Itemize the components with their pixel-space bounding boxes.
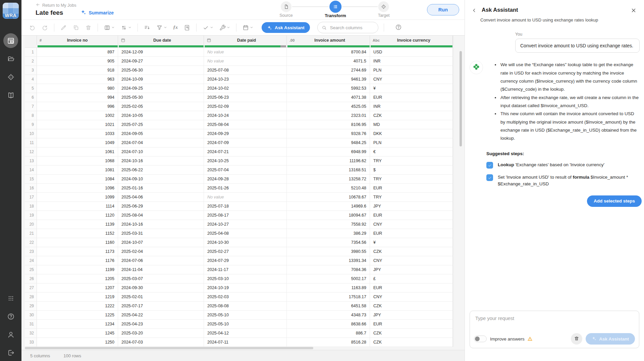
cell-date_paid[interactable]: 2025-05-10 — [204, 311, 287, 319]
cell-invoice_no[interactable]: 1219 — [37, 292, 118, 301]
cell-due_date[interactable]: 2024-07-10 — [118, 147, 204, 156]
step-checkbox[interactable] — [486, 162, 493, 169]
wrench-button[interactable] — [218, 23, 231, 32]
cell-invoice_currency[interactable]: INR — [370, 57, 453, 65]
cell-invoice_currency[interactable]: EUR — [370, 229, 453, 238]
sidebar-item-projects[interactable] — [3, 51, 18, 66]
row-number[interactable]: 25 — [25, 265, 37, 274]
cell-due_date[interactable]: 2024-09-27 — [118, 57, 204, 65]
cell-invoice_no[interactable]: 1120 — [37, 211, 118, 220]
row-number[interactable]: 7 — [25, 102, 37, 111]
cell-due_date[interactable]: 2025-02-04 — [118, 247, 204, 256]
row-number[interactable]: 24 — [25, 256, 37, 265]
cell-invoice_currency[interactable]: EUR — [370, 93, 453, 102]
cell-invoice_currency[interactable]: CZK — [370, 111, 453, 120]
cell-invoice_no[interactable]: 1114 — [37, 202, 118, 211]
cell-invoice_currency[interactable]: PLN — [370, 66, 453, 75]
cell-date_paid[interactable]: 2025-04-12 — [204, 329, 287, 337]
cell-date_paid[interactable]: 2025-08-08 — [204, 302, 287, 310]
cell-invoice_amount[interactable]: 9328.76 — [287, 129, 370, 138]
column-header-invoice_amount[interactable]: .00Invoice amount — [287, 36, 370, 45]
cell-invoice_amount[interactable]: 13258.72 — [287, 175, 370, 183]
cell-due_date[interactable]: 2025-04-06 — [118, 193, 204, 201]
cell-invoice_no[interactable]: 1139 — [37, 220, 118, 229]
cell-invoice_currency[interactable]: € — [370, 147, 453, 156]
cell-date_paid[interactable]: 2025-02-27 — [204, 247, 287, 256]
cell-due_date[interactable]: 2024-07-03 — [118, 338, 204, 347]
cell-date_paid[interactable]: 2024-10-25 — [204, 156, 287, 165]
cell-invoice_currency[interactable]: JPY — [370, 265, 453, 274]
sort-updown-button[interactable] — [119, 23, 133, 32]
cell-invoice_amount[interactable]: 4525.05 — [287, 102, 370, 111]
cell-invoice_no[interactable]: 905 — [37, 57, 118, 65]
sidebar-item-library[interactable] — [3, 88, 18, 102]
cell-invoice_no[interactable]: 1250 — [37, 338, 118, 347]
redo-button[interactable] — [40, 23, 49, 32]
cell-invoice_amount[interactable]: 7354.56 — [287, 238, 370, 247]
cell-invoice_amount[interactable]: 8106.95 — [287, 120, 370, 129]
row-number[interactable]: 18 — [25, 202, 37, 211]
cell-due_date[interactable]: 2025-07-25 — [118, 120, 204, 129]
cell-invoice_currency[interactable]: TRY — [370, 156, 453, 165]
panel-close-button[interactable] — [630, 7, 637, 15]
row-number[interactable]: 13 — [25, 156, 37, 165]
cell-date_paid[interactable]: No value — [204, 193, 287, 201]
cell-date_paid[interactable]: 2024-10-27 — [204, 220, 287, 229]
cell-invoice_currency[interactable]: ¥ — [370, 84, 453, 93]
cell-invoice_no[interactable]: 1096 — [37, 184, 118, 192]
cell-invoice_currency[interactable]: INR — [370, 102, 453, 111]
cell-invoice_currency[interactable]: CZK — [370, 338, 453, 347]
row-number[interactable]: 32 — [25, 329, 37, 337]
cell-date_paid[interactable]: 2024-10-02 — [204, 84, 287, 93]
cell-invoice_amount[interactable]: 8516.28 — [287, 338, 370, 347]
cell-invoice_currency[interactable]: JPY — [370, 311, 453, 319]
row-number[interactable]: 17 — [25, 193, 37, 201]
run-button[interactable]: Run — [427, 4, 459, 15]
cell-date_paid[interactable]: No value — [204, 57, 287, 65]
row-number[interactable]: 15 — [25, 175, 37, 183]
cell-invoice_amount[interactable]: 18094.67 — [287, 211, 370, 220]
cell-invoice_amount[interactable]: 2323.01 — [287, 111, 370, 120]
search-columns-input[interactable] — [329, 25, 374, 31]
row-number[interactable]: 5 — [25, 84, 37, 93]
cell-invoice_amount[interactable]: 14969.6 — [287, 202, 370, 211]
row-number[interactable]: 22 — [25, 238, 37, 247]
row-number-header[interactable] — [25, 36, 37, 45]
cell-date_paid[interactable]: 2025-08-04 — [204, 120, 287, 129]
row-number[interactable]: 26 — [25, 274, 37, 283]
cell-invoice_currency[interactable]: CNY — [370, 292, 453, 301]
cell-invoice_currency[interactable]: EUR — [370, 283, 453, 292]
cell-invoice_no[interactable]: 1207 — [37, 283, 118, 292]
row-number[interactable]: 3 — [25, 66, 37, 75]
cell-invoice_no[interactable]: 1225 — [37, 311, 118, 319]
cell-invoice_no[interactable]: 996 — [37, 102, 118, 111]
cell-due_date[interactable]: 2025-04-23 — [118, 320, 204, 328]
row-number[interactable]: 6 — [25, 93, 37, 102]
row-number[interactable]: 29 — [25, 302, 37, 310]
cell-date_paid[interactable]: 2024-07-29 — [204, 256, 287, 265]
undo-button[interactable] — [28, 23, 37, 32]
cell-invoice_amount[interactable]: 7084.36 — [287, 265, 370, 274]
cell-invoice_amount[interactable]: 5002.17 — [287, 274, 370, 283]
cell-invoice_no[interactable]: 1222 — [37, 302, 118, 310]
row-number[interactable]: 10 — [25, 129, 37, 138]
cell-invoice_amount[interactable]: 11196.62 — [287, 156, 370, 165]
row-number[interactable]: 23 — [25, 247, 37, 256]
calendar-button[interactable] — [241, 23, 255, 32]
sidebar-item-apps[interactable] — [3, 291, 18, 306]
cell-invoice_no[interactable]: 1205 — [37, 274, 118, 283]
cell-invoice_no[interactable]: 1081 — [37, 166, 118, 174]
cell-invoice_no[interactable]: 1176 — [37, 256, 118, 265]
cell-invoice_no[interactable]: 1084 — [37, 175, 118, 183]
cell-invoice_no[interactable]: 994 — [37, 93, 118, 102]
cell-due_date[interactable]: 2025-05-30 — [118, 93, 204, 102]
cell-invoice_currency[interactable]: CNY — [370, 220, 453, 229]
row-number[interactable]: 31 — [25, 320, 37, 328]
cell-date_paid[interactable]: 2025-07-04 — [204, 166, 287, 174]
cell-invoice_currency[interactable]: CZK — [370, 247, 453, 256]
horizontal-scrollbar[interactable] — [25, 347, 313, 349]
row-number[interactable]: 4 — [25, 75, 37, 84]
cell-invoice_no[interactable]: 1234 — [37, 320, 118, 328]
cell-date_paid[interactable]: 2025-06-23 — [204, 93, 287, 102]
cell-invoice_currency[interactable]: ¥ — [370, 238, 453, 247]
